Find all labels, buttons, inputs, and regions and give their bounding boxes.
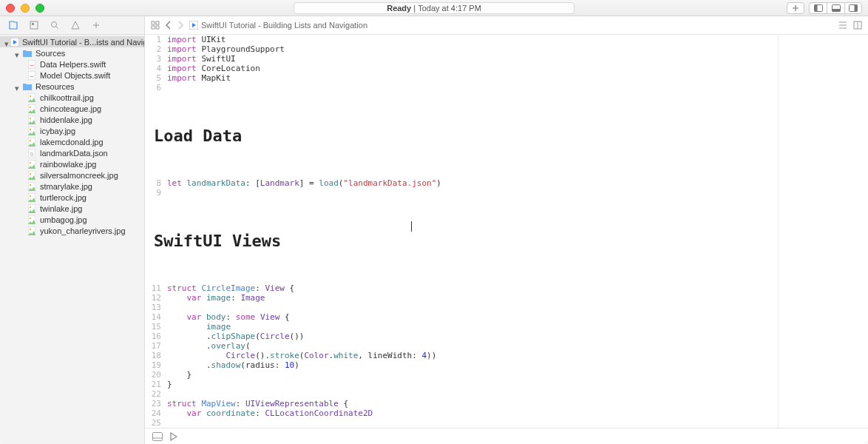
maximize-button[interactable] [35, 4, 44, 13]
folder-icon [22, 49, 33, 58]
code-editor[interactable]: 1import UIKit 2import PlaygroundSupport … [145, 35, 778, 428]
tree-file[interactable]: twinlake.jpg [0, 203, 144, 214]
tree-file[interactable]: chincoteague.jpg [0, 103, 144, 114]
issue-navigator-icon[interactable] [69, 19, 81, 31]
file-label: stmarylake.jpg [40, 182, 92, 191]
toggle-debug-icon[interactable] [152, 432, 163, 441]
swift-file-icon [27, 71, 37, 80]
svg-point-31 [30, 195, 31, 197]
image-file-icon [27, 204, 37, 213]
tree-file[interactable]: Model Objects.swift [0, 70, 144, 81]
jump-bar: SwiftUI Tutorial - Building Lists and Na… [145, 16, 868, 35]
svg-rect-10 [28, 60, 35, 69]
svg-point-15 [30, 107, 31, 108]
adjust-editor-icon[interactable] [853, 21, 862, 30]
close-button[interactable] [6, 4, 15, 13]
file-label: umbagog.jpg [40, 215, 87, 224]
file-label: yukon_charleyrivers.jpg [40, 226, 126, 235]
results-sidebar[interactable] [778, 35, 868, 428]
svg-point-25 [30, 162, 31, 164]
tree-root[interactable]: ▾ SwiftUI Tutorial - B...ists and Naviga… [0, 36, 144, 47]
svg-rect-44 [153, 432, 163, 440]
navigator-selector [0, 16, 144, 35]
project-navigator-icon[interactable] [7, 19, 19, 31]
file-label: Model Objects.swift [40, 71, 110, 80]
file-label: silversalmoncreek.jpg [40, 171, 118, 180]
svg-point-33 [30, 206, 31, 208]
window-controls [6, 4, 44, 13]
file-label: turtlerock.jpg [40, 193, 87, 202]
related-items-icon[interactable] [151, 21, 160, 30]
breadcrumb[interactable]: SwiftUI Tutorial - Building Lists and Na… [189, 21, 367, 30]
find-navigator-icon[interactable] [49, 19, 61, 31]
run-button[interactable] [170, 432, 177, 441]
tree-file[interactable]: silversalmoncreek.jpg [0, 169, 144, 181]
image-file-icon [27, 171, 37, 180]
text-cursor [411, 221, 412, 232]
file-label: chincoteague.jpg [40, 104, 101, 113]
file-tree[interactable]: ▾ SwiftUI Tutorial - B...ists and Naviga… [0, 35, 144, 444]
tree-file[interactable]: lakemcdonald.jpg [0, 136, 144, 147]
tree-folder-resources[interactable]: ▾ Resources [0, 81, 144, 92]
image-file-icon [27, 127, 37, 135]
panel-bottom-icon [832, 4, 841, 12]
file-label: lakemcdonald.jpg [40, 138, 104, 147]
chevron-down-icon[interactable]: ▾ [4, 39, 9, 45]
add-tab-button[interactable] [787, 2, 804, 14]
file-label: Data Helpers.swift [40, 60, 106, 69]
swift-file-icon [27, 60, 37, 69]
debug-navigator-icon[interactable] [90, 19, 102, 31]
activity-view: Ready | Today at 4:17 PM [294, 2, 574, 14]
editor-options-icon[interactable] [838, 21, 847, 30]
forward-button[interactable] [177, 21, 183, 30]
file-label: rainbowlake.jpg [40, 160, 96, 169]
chevron-down-icon[interactable]: ▾ [15, 84, 21, 90]
tree-file[interactable]: rainbowlake.jpg [0, 158, 144, 169]
svg-rect-1 [814, 4, 817, 11]
markdown-heading: Load Data [145, 92, 778, 178]
tree-file[interactable]: stmarylake.jpg [0, 181, 144, 192]
panel-bottom-button[interactable] [827, 2, 844, 14]
minimize-button[interactable] [21, 4, 30, 13]
file-label: hiddenlake.jpg [40, 115, 92, 124]
tree-file[interactable]: chilkoottrail.jpg [0, 92, 144, 103]
folder-label: Sources [35, 49, 65, 58]
tree-folder-sources[interactable]: ▾ Sources [0, 47, 144, 58]
tree-file[interactable]: hiddenlake.jpg [0, 114, 144, 125]
titlebar-right-controls [787, 2, 862, 14]
svg-rect-40 [152, 26, 155, 29]
file-label: chilkoottrail.jpg [40, 93, 94, 102]
debug-bar [145, 428, 868, 444]
tree-file[interactable]: umbagog.jpg [0, 214, 144, 225]
json-file-icon: {} [27, 149, 37, 158]
panel-left-icon [814, 4, 823, 12]
svg-rect-7 [32, 23, 34, 25]
svg-text:{}: {} [30, 152, 33, 156]
symbol-navigator-icon[interactable] [28, 19, 40, 31]
tree-file[interactable]: turtlerock.jpg [0, 192, 144, 203]
folder-label: Resources [35, 82, 75, 91]
playground-icon [189, 21, 198, 30]
tree-file[interactable]: Data Helpers.swift [0, 58, 144, 70]
image-file-icon [27, 115, 37, 124]
file-label: twinlake.jpg [40, 204, 82, 213]
svg-rect-41 [156, 26, 159, 29]
status-separator: | [411, 4, 418, 13]
tree-root-label: SwiftUI Tutorial - B...ists and Navigati… [22, 38, 144, 47]
svg-point-29 [30, 184, 31, 186]
panel-right-button[interactable] [844, 2, 862, 14]
editor-area: SwiftUI Tutorial - Building Lists and Na… [145, 16, 868, 444]
svg-point-19 [30, 129, 31, 130]
tree-file[interactable]: yukon_charleyrivers.jpg [0, 225, 144, 236]
chevron-down-icon[interactable]: ▾ [15, 50, 21, 56]
playground-icon [10, 38, 19, 47]
image-file-icon [27, 138, 37, 147]
file-label: landmarkData.json [40, 149, 108, 158]
navigator-sidebar: ▾ SwiftUI Tutorial - B...ists and Naviga… [0, 16, 145, 444]
panel-left-button[interactable] [809, 2, 827, 14]
tree-file[interactable]: icybay.jpg [0, 125, 144, 136]
tree-file[interactable]: {}landmarkData.json [0, 147, 144, 158]
back-button[interactable] [166, 21, 172, 30]
svg-point-27 [30, 173, 31, 175]
svg-rect-11 [28, 71, 35, 80]
